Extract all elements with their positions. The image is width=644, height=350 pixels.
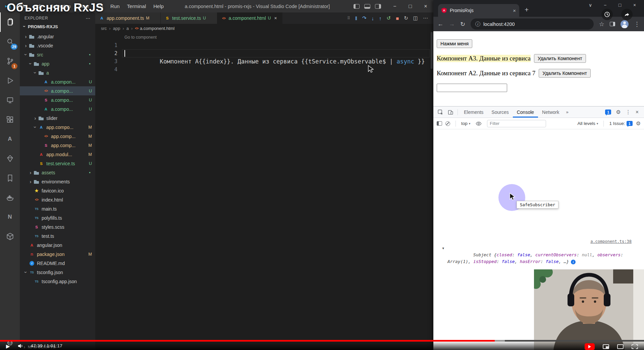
more-actions-icon[interactable]: ⋯ [423, 15, 428, 21]
breadcrumb-item[interactable]: src [101, 26, 107, 31]
toggle-sidebar-icon[interactable] [354, 4, 360, 9]
code-area[interactable]: 1 Компонент A{{index}}. Данные из сервис… [95, 41, 433, 74]
editor-tab[interactable]: A app.component.ts M [95, 12, 161, 24]
console-filter-input[interactable] [487, 120, 546, 127]
close-icon[interactable]: × [418, 0, 433, 12]
file-tree-item[interactable]: A a.compo... U [20, 104, 95, 114]
gem-extension-icon[interactable] [0, 149, 20, 168]
console-sidebar-icon[interactable] [437, 121, 442, 126]
package-explorer-icon[interactable] [0, 227, 20, 246]
theater-mode-icon[interactable] [617, 344, 624, 349]
inspect-element-icon[interactable] [435, 106, 445, 118]
address-bar[interactable]: i localhost:4200 [471, 18, 594, 30]
file-tree-item[interactable]: S styles.scss [20, 222, 95, 231]
browser-tab[interactable]: A PromisRxjs × [438, 4, 519, 17]
codelens-link[interactable]: Go to component [95, 35, 433, 41]
file-tree-item[interactable]: environments [20, 177, 95, 186]
file-tree-item[interactable]: .angular [20, 32, 95, 41]
file-tree-item[interactable]: A app.modul... M [20, 150, 95, 159]
file-tree-item[interactable]: TS main.ts [20, 204, 95, 213]
forward-icon[interactable]: → [449, 20, 455, 28]
file-tree-item[interactable]: A app.compo... M [20, 123, 95, 132]
explorer-icon[interactable] [0, 12, 20, 32]
file-tree-item[interactable]: ★ favicon.ico [20, 186, 95, 195]
editor-scrollbar[interactable] [431, 32, 433, 69]
breadcrumb-item[interactable]: app [113, 26, 120, 31]
bookmarks-icon[interactable] [0, 168, 20, 188]
devtools-close-icon[interactable]: × [636, 109, 639, 115]
log-levels-selector[interactable]: All levels ▾ [578, 121, 598, 126]
bookmark-star-icon[interactable]: ☆ [599, 20, 604, 28]
file-tree-item[interactable]: S a.compo... U [20, 95, 95, 104]
file-tree-item[interactable]: i README.md [20, 259, 95, 268]
menu-item[interactable]: Run [107, 2, 123, 10]
youtube-logo[interactable] [585, 343, 595, 350]
play-icon[interactable]: ▶ [6, 343, 10, 349]
volume-icon[interactable] [17, 343, 23, 350]
press-me-button[interactable]: Нажми меня [437, 39, 472, 48]
project-root-row[interactable]: PROMIS-RXJS [20, 23, 95, 31]
file-tree-item[interactable]: A angular.json [20, 240, 95, 250]
console-settings-icon[interactable]: ⚙ [636, 120, 641, 127]
nx-console-icon[interactable]: N [0, 207, 20, 227]
file-tree-item[interactable]: n package.json M [20, 250, 95, 259]
remote-explorer-icon[interactable] [0, 90, 20, 110]
close-icon[interactable]: × [627, 1, 642, 9]
docker-icon[interactable] [0, 188, 20, 207]
expand-twisty-icon[interactable] [442, 245, 444, 252]
side-panel-icon[interactable] [610, 22, 615, 26]
file-tree-item[interactable]: src ● [20, 50, 95, 59]
angular-extension-icon[interactable]: A [0, 129, 20, 149]
toggle-secondary-sidebar-icon[interactable] [375, 4, 381, 9]
step-over-icon[interactable]: ↷ [362, 15, 367, 21]
file-tree-item[interactable]: assets ● [20, 168, 95, 177]
extensions-icon[interactable] [0, 110, 20, 129]
back-icon[interactable]: ← [437, 20, 443, 28]
history-icon[interactable]: ↻ [404, 15, 408, 21]
new-tab-icon[interactable]: + [525, 6, 529, 14]
minimize-icon[interactable]: − [387, 0, 402, 12]
page-text-input[interactable] [437, 84, 507, 92]
file-tree-item[interactable]: S app.comp... M [20, 141, 95, 150]
file-tree-item[interactable]: TS polyfills.ts [20, 213, 95, 222]
issues-badge[interactable]: 1 [605, 110, 611, 115]
close-tab-icon[interactable] [273, 15, 278, 21]
console-source-link[interactable]: a.component.ts:38 [590, 238, 632, 245]
views-more-icon[interactable]: ⋯ [86, 15, 91, 21]
file-tree-item[interactable]: app ● [20, 59, 95, 68]
file-tree-item[interactable]: TS tsconfig.app.json [20, 277, 95, 286]
step-into-icon[interactable]: ↓ [372, 15, 374, 21]
more-tabs-icon[interactable]: » [563, 110, 571, 115]
devtools-tab[interactable]: Elements [460, 106, 487, 118]
live-expression-eye-icon[interactable] [474, 118, 484, 129]
site-info-icon[interactable]: i [475, 21, 480, 27]
file-tree-item[interactable]: <> index.html [20, 195, 95, 204]
devtools-menu-icon[interactable]: ⋮ [626, 109, 631, 115]
editor-tab[interactable]: <> a.component.html U [217, 12, 282, 24]
file-tree-item[interactable]: .vscode [20, 41, 95, 50]
profile-avatar[interactable] [621, 20, 629, 28]
devtools-tab[interactable]: Network [538, 106, 563, 118]
file-tree-item[interactable]: S test.service.ts U [20, 159, 95, 168]
pause-icon[interactable]: ‖ [355, 15, 357, 21]
chrome-menu-icon[interactable]: ⋮ [634, 20, 640, 28]
drag-handle-icon[interactable]: ⠿ [347, 16, 350, 20]
reload-icon[interactable]: ↻ [460, 20, 465, 28]
fullscreen-icon[interactable] [632, 344, 638, 349]
restart-icon[interactable]: ↺ [387, 15, 391, 21]
issues-counter[interactable]: 1 Issue: 1 [609, 121, 632, 126]
miniplayer-icon[interactable] [603, 344, 609, 349]
delete-component-button[interactable]: Удалить Компонент [539, 69, 591, 78]
editor-tab[interactable]: S test.service.ts U [161, 12, 217, 24]
file-tree-item[interactable]: TS test.ts [20, 231, 95, 240]
breadcrumb-file[interactable]: <> a.component.html [135, 26, 174, 31]
breadcrumb-item[interactable]: a [126, 26, 129, 31]
menu-item[interactable]: Help [150, 2, 167, 10]
toggle-panel-icon[interactable] [364, 4, 370, 9]
devtools-tab[interactable]: Console [513, 106, 538, 118]
maximize-icon[interactable]: □ [402, 0, 418, 12]
maximize-icon[interactable]: □ [612, 1, 627, 9]
console-object-preview[interactable]: Subject {closed: false, currentObservers… [447, 245, 624, 272]
info-icon[interactable]: i [571, 260, 576, 264]
device-toolbar-icon[interactable] [445, 106, 455, 118]
